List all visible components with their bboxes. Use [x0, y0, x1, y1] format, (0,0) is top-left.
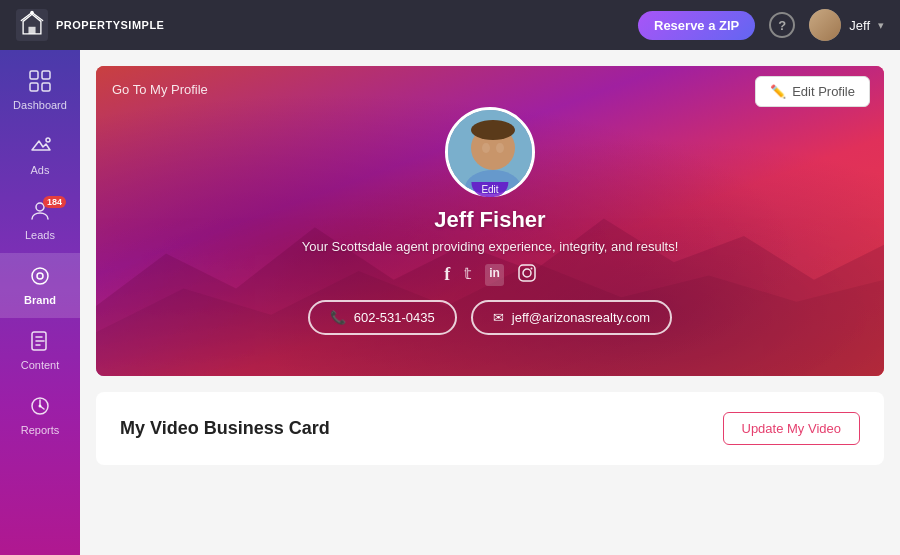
phone-button[interactable]: 📞 602-531-0435: [308, 300, 457, 335]
svg-point-9: [37, 273, 43, 279]
svg-point-12: [39, 405, 42, 408]
main-layout: Dashboard Ads 184 Leads: [0, 50, 900, 555]
video-section: My Video Business Card Update My Video: [96, 392, 884, 465]
facebook-icon[interactable]: f: [444, 264, 450, 286]
svg-rect-3: [42, 71, 50, 79]
sidebar-item-leads[interactable]: 184 Leads: [0, 188, 80, 253]
svg-point-6: [46, 138, 50, 142]
svg-point-17: [471, 120, 515, 140]
sidebar-item-dashboard[interactable]: Dashboard: [0, 58, 80, 123]
leads-badge: 184: [43, 196, 66, 208]
email-icon: ✉: [493, 310, 504, 325]
dashboard-icon: [29, 70, 51, 95]
svg-point-21: [523, 269, 531, 277]
svg-point-8: [32, 268, 48, 284]
sidebar-item-reports[interactable]: Reports: [0, 383, 80, 448]
email-address: jeff@arizonasrealty.com: [512, 310, 650, 325]
sidebar-item-brand[interactable]: Brand: [0, 253, 80, 318]
svg-point-19: [496, 143, 504, 153]
sidebar-item-ads[interactable]: Ads: [0, 123, 80, 188]
banner-center: Edit Jeff Fisher Your Scottsdale agent p…: [96, 66, 884, 376]
brand-icon: [29, 265, 51, 290]
sidebar-item-ads-label: Ads: [31, 164, 50, 176]
content-icon: [29, 330, 51, 355]
phone-icon: 📞: [330, 310, 346, 325]
top-navigation: PROPERTYSIMPLE Reserve a ZIP ? Jeff ▾: [0, 0, 900, 50]
sidebar-item-dashboard-label: Dashboard: [13, 99, 67, 111]
ads-icon: [29, 135, 51, 160]
logo-text: PROPERTYSIMPLE: [56, 19, 164, 31]
reserve-zip-button[interactable]: Reserve a ZIP: [638, 11, 755, 40]
svg-point-22: [530, 268, 532, 270]
help-button[interactable]: ?: [769, 12, 795, 38]
user-avatar: [809, 9, 841, 41]
user-menu[interactable]: Jeff ▾: [809, 9, 884, 41]
svg-rect-2: [30, 71, 38, 79]
sidebar-item-reports-label: Reports: [21, 424, 60, 436]
instagram-icon[interactable]: [518, 264, 536, 286]
chevron-down-icon: ▾: [878, 19, 884, 32]
linkedin-icon[interactable]: in: [485, 264, 504, 286]
reports-icon: [29, 395, 51, 420]
logo: PROPERTYSIMPLE: [16, 9, 164, 41]
social-icons: f 𝕥 in: [444, 264, 536, 286]
profile-banner: Go To My Profile ✏️ Edit Profile: [96, 66, 884, 376]
sidebar-item-content[interactable]: Content: [0, 318, 80, 383]
sidebar-item-brand-label: Brand: [24, 294, 56, 306]
user-name-label: Jeff: [849, 18, 870, 33]
svg-point-18: [482, 143, 490, 153]
profile-tagline: Your Scottsdale agent providing experien…: [302, 239, 679, 254]
sidebar: Dashboard Ads 184 Leads: [0, 50, 80, 555]
svg-rect-5: [42, 83, 50, 91]
svg-point-1: [30, 11, 34, 15]
sidebar-item-leads-label: Leads: [25, 229, 55, 241]
twitter-icon[interactable]: 𝕥: [464, 264, 471, 286]
svg-rect-20: [519, 265, 535, 281]
phone-number: 602-531-0435: [354, 310, 435, 325]
sidebar-item-content-label: Content: [21, 359, 60, 371]
email-button[interactable]: ✉ jeff@arizonasrealty.com: [471, 300, 672, 335]
content-area: Go To My Profile ✏️ Edit Profile: [80, 50, 900, 555]
profile-avatar: Edit: [445, 107, 535, 197]
update-video-button[interactable]: Update My Video: [723, 412, 861, 445]
profile-name: Jeff Fisher: [434, 207, 545, 233]
svg-rect-4: [30, 83, 38, 91]
profile-contact: 📞 602-531-0435 ✉ jeff@arizonasrealty.com: [308, 300, 672, 335]
topnav-right: Reserve a ZIP ? Jeff ▾: [638, 9, 884, 41]
video-section-title: My Video Business Card: [120, 418, 330, 439]
